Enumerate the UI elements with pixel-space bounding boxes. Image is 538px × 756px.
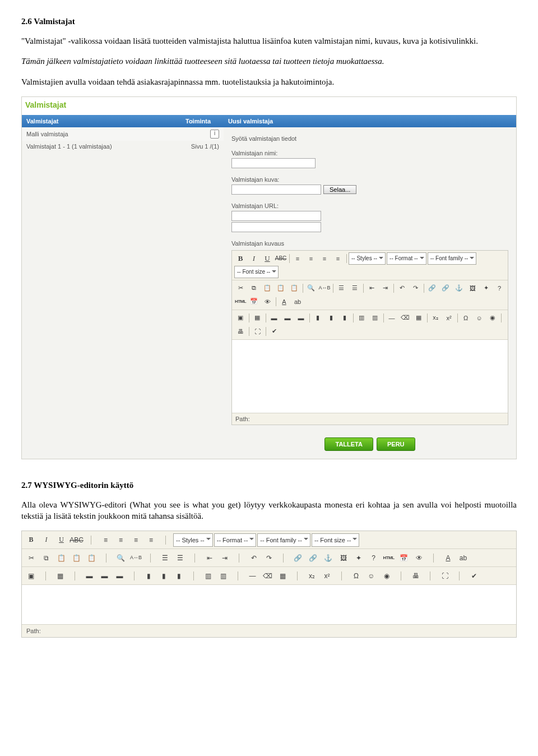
outdent-icon[interactable]: ⇤ — [202, 551, 216, 565]
redo-icon[interactable]: ↷ — [262, 551, 276, 565]
hr-icon[interactable]: — — [386, 312, 398, 324]
subscript-icon[interactable]: x₂ — [429, 312, 442, 324]
date-icon[interactable]: 📅 — [248, 296, 260, 308]
input-name[interactable] — [231, 158, 316, 168]
editor-body[interactable] — [232, 340, 508, 413]
bold-icon[interactable]: B — [24, 533, 38, 547]
undo-icon[interactable]: ↶ — [396, 282, 408, 294]
input-url-2[interactable] — [231, 222, 321, 232]
manufacturer-row[interactable]: Malli valmistaja i — [22, 127, 224, 141]
toggle-guides-icon[interactable]: ▦ — [276, 569, 290, 583]
indent-icon[interactable]: ⇥ — [217, 551, 231, 565]
split-cell-icon[interactable]: ▥ — [201, 569, 215, 583]
align-right-icon[interactable]: ≡ — [318, 252, 331, 265]
bg-color-icon[interactable]: ab — [291, 296, 304, 308]
save-button[interactable]: TALLETA — [324, 437, 373, 451]
input-image[interactable] — [231, 185, 321, 195]
print-icon[interactable]: 🖶 — [409, 569, 423, 583]
underline-icon[interactable]: U — [54, 533, 68, 547]
paste-icon[interactable]: 📋 — [261, 282, 273, 294]
align-justify-icon[interactable]: ≡ — [332, 252, 344, 265]
replace-icon[interactable]: A↔B — [129, 551, 143, 565]
format-select[interactable]: -- Format -- — [387, 252, 426, 265]
help-icon[interactable]: ? — [367, 551, 381, 565]
link-icon[interactable]: 🔗 — [426, 282, 438, 294]
cut-icon[interactable]: ✂ — [234, 282, 247, 294]
copy-icon[interactable]: ⧉ — [248, 282, 260, 294]
italic-icon[interactable]: I — [39, 533, 53, 547]
anchor-icon[interactable]: ⚓ — [453, 282, 465, 294]
superscript-icon[interactable]: x² — [320, 569, 334, 583]
paste-text-icon[interactable]: 📋 — [275, 282, 287, 294]
font-family-select[interactable]: -- Font family -- — [257, 533, 310, 547]
styles-select[interactable]: -- Styles -- — [349, 252, 386, 265]
row-before-icon[interactable]: ▬ — [82, 569, 96, 583]
table-icon[interactable]: ▦ — [251, 312, 263, 324]
split-cell-icon[interactable]: ▥ — [355, 312, 368, 324]
bold-icon[interactable]: B — [234, 252, 247, 265]
link-icon[interactable]: 🔗 — [291, 551, 305, 565]
col-before-icon[interactable]: ▮ — [312, 312, 324, 324]
align-left-icon[interactable]: ≡ — [99, 533, 113, 547]
editor-body[interactable] — [22, 585, 516, 624]
indent-icon[interactable]: ⇥ — [379, 282, 391, 294]
align-center-icon[interactable]: ≡ — [114, 533, 128, 547]
delete-row-icon[interactable]: ▬ — [295, 312, 307, 324]
row-after-icon[interactable]: ▬ — [281, 312, 294, 324]
code-icon[interactable]: HTML — [234, 296, 247, 308]
unlink-icon[interactable]: 🔗 — [306, 551, 320, 565]
paste-icon[interactable]: 📋 — [54, 551, 68, 565]
preview-icon[interactable]: 👁 — [412, 551, 426, 565]
emoticon-icon[interactable]: ☺ — [473, 312, 485, 324]
col-before-icon[interactable]: ▮ — [142, 569, 156, 583]
paste-word-icon[interactable]: 📋 — [85, 551, 99, 565]
toggle-guides-icon[interactable]: ▦ — [412, 312, 425, 324]
delete-col-icon[interactable]: ▮ — [172, 569, 186, 583]
row-after-icon[interactable]: ▬ — [98, 569, 112, 583]
strike-icon[interactable]: ABC — [275, 252, 287, 265]
fullscreen-icon[interactable]: ⛶ — [251, 325, 263, 338]
find-icon[interactable]: 🔍 — [305, 282, 317, 294]
col-after-icon[interactable]: ▮ — [157, 569, 171, 583]
image-icon[interactable]: 🖼 — [466, 282, 479, 294]
table-icon[interactable]: ▦ — [53, 569, 67, 583]
undo-icon[interactable]: ↶ — [247, 551, 261, 565]
unlink-icon[interactable]: 🔗 — [439, 282, 452, 294]
font-size-select[interactable]: -- Font size -- — [312, 533, 359, 547]
print-icon[interactable]: 🖶 — [234, 325, 247, 338]
hr-icon[interactable]: — — [245, 569, 259, 583]
align-right-icon[interactable]: ≡ — [129, 533, 143, 547]
text-color-icon[interactable]: A — [441, 551, 455, 565]
merge-cell-icon[interactable]: ▥ — [369, 312, 381, 324]
emoticon-icon[interactable]: ☺ — [364, 569, 378, 583]
delete-row-icon[interactable]: ▬ — [113, 569, 127, 583]
format-select[interactable]: -- Format -- — [214, 533, 257, 547]
cancel-button[interactable]: PERU — [377, 437, 415, 451]
remove-format-icon[interactable]: ⌫ — [261, 569, 275, 583]
info-icon[interactable]: i — [210, 130, 219, 139]
input-url-1[interactable] — [231, 211, 321, 221]
text-color-icon[interactable]: A — [278, 296, 290, 308]
spellcheck-icon[interactable]: ✔ — [268, 325, 280, 338]
layer-icon[interactable]: ▣ — [24, 569, 38, 583]
cleanup-icon[interactable]: ✦ — [351, 551, 365, 565]
numbered-list-icon[interactable]: ☰ — [349, 282, 361, 294]
bullet-list-icon[interactable]: ☰ — [335, 282, 347, 294]
align-justify-icon[interactable]: ≡ — [144, 533, 158, 547]
redo-icon[interactable]: ↷ — [409, 282, 421, 294]
find-icon[interactable]: 🔍 — [114, 551, 128, 565]
numbered-list-icon[interactable]: ☰ — [173, 551, 187, 565]
code-icon[interactable]: HTML — [382, 551, 396, 565]
anchor-icon[interactable]: ⚓ — [321, 551, 335, 565]
image-icon[interactable]: 🖼 — [336, 551, 350, 565]
date-icon[interactable]: 📅 — [397, 551, 411, 565]
outdent-icon[interactable]: ⇤ — [365, 282, 378, 294]
superscript-icon[interactable]: x² — [443, 312, 455, 324]
media-icon[interactable]: ◉ — [379, 569, 393, 583]
fullscreen-icon[interactable]: ⛶ — [438, 569, 452, 583]
delete-col-icon[interactable]: ▮ — [338, 312, 351, 324]
remove-format-icon[interactable]: ⌫ — [399, 312, 411, 324]
layer-icon[interactable]: ▣ — [234, 312, 247, 324]
merge-cell-icon[interactable]: ▥ — [216, 569, 230, 583]
cut-icon[interactable]: ✂ — [24, 551, 38, 565]
